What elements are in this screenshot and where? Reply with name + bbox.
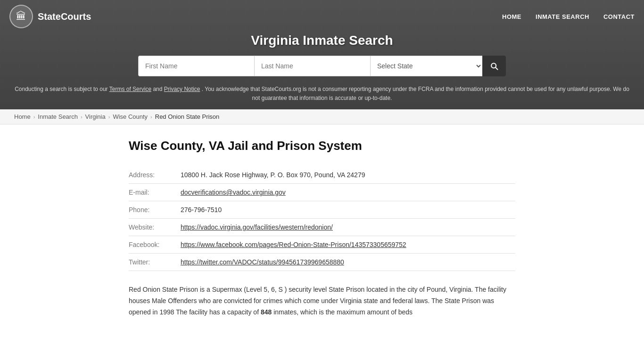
search-icon: [489, 61, 499, 71]
disclaimer-text-3: . You acknowledge that StateCourts.org i…: [202, 86, 629, 101]
privacy-link[interactable]: Privacy Notice: [164, 86, 200, 92]
email-value: docverifications@vadoc.virginia.gov: [181, 184, 515, 201]
logo[interactable]: 🏛 StateCourts: [9, 5, 91, 28]
search-button[interactable]: [482, 56, 506, 76]
search-bar: Select State Virginia: [138, 56, 506, 76]
nav-home[interactable]: HOME: [502, 13, 521, 20]
breadcrumb-current: Red Onion State Prison: [155, 113, 220, 120]
disclaimer: Conducting a search is subject to our Te…: [0, 82, 644, 109]
website-label: Website:: [129, 219, 181, 236]
state-select[interactable]: Select State Virginia: [370, 56, 482, 76]
email-link[interactable]: docverifications@vadoc.virginia.gov: [181, 189, 286, 196]
table-row: Phone: 276-796-7510: [129, 201, 515, 219]
facility-description: Red Onion State Prison is a Supermax (Le…: [129, 284, 515, 318]
breadcrumb-sep-1: ›: [33, 114, 35, 120]
phone-value: 276-796-7510: [181, 201, 515, 219]
twitter-link[interactable]: https://twitter.com/VADOC/status/9945617…: [181, 258, 344, 266]
breadcrumb-virginia[interactable]: Virginia: [85, 113, 106, 120]
phone-label: Phone:: [129, 201, 181, 219]
breadcrumb-sep-2: ›: [81, 114, 83, 120]
logo-icon: 🏛: [9, 5, 33, 28]
facebook-label: Facebook:: [129, 236, 181, 254]
breadcrumb: Home › Inmate Search › Virginia › Wise C…: [0, 109, 644, 124]
facebook-value: https://www.facebook.com/pages/Red-Onion…: [181, 236, 515, 254]
nav-inmate-search[interactable]: INMATE SEARCH: [536, 13, 589, 20]
disclaimer-text-2: and: [153, 86, 164, 92]
twitter-value: https://twitter.com/VADOC/status/9945617…: [181, 254, 515, 271]
nav-links: HOME INMATE SEARCH CONTACT: [502, 13, 635, 20]
header: 🏛 StateCourts HOME INMATE SEARCH CONTACT…: [0, 0, 644, 109]
facility-title: Wise County, VA Jail and Prison System: [129, 139, 515, 153]
last-name-input[interactable]: [254, 56, 370, 76]
address-label: Address:: [129, 166, 181, 184]
breadcrumb-inmate-search[interactable]: Inmate Search: [38, 113, 78, 120]
website-value: https://vadoc.virginia.gov/facilities/we…: [181, 219, 515, 236]
hero-title: Virginia Inmate Search: [0, 33, 644, 48]
disclaimer-text-1: Conducting a search is subject to our: [15, 86, 109, 92]
email-label: E-mail:: [129, 184, 181, 201]
table-row: Twitter: https://twitter.com/VADOC/statu…: [129, 254, 515, 271]
description-text-2: inmates, which is the maximum amount of …: [273, 308, 413, 316]
table-row: Website: https://vadoc.virginia.gov/faci…: [129, 219, 515, 236]
facility-info-table: Address: 10800 H. Jack Rose Highway, P. …: [129, 166, 515, 271]
table-row: E-mail: docverifications@vadoc.virginia.…: [129, 184, 515, 201]
breadcrumb-sep-3: ›: [108, 114, 110, 120]
table-row: Address: 10800 H. Jack Rose Highway, P. …: [129, 166, 515, 184]
breadcrumb-sep-4: ›: [150, 114, 152, 120]
twitter-label: Twitter:: [129, 254, 181, 271]
tos-link[interactable]: Terms of Service: [109, 86, 151, 92]
inmate-capacity: 848: [261, 308, 272, 316]
table-row: Facebook: https://www.facebook.com/pages…: [129, 236, 515, 254]
facebook-link[interactable]: https://www.facebook.com/pages/Red-Onion…: [181, 241, 406, 248]
nav-contact[interactable]: CONTACT: [603, 13, 635, 20]
nav-bar: 🏛 StateCourts HOME INMATE SEARCH CONTACT: [0, 0, 644, 33]
breadcrumb-home[interactable]: Home: [14, 113, 31, 120]
main-content: Wise County, VA Jail and Prison System A…: [110, 124, 534, 337]
website-link[interactable]: https://vadoc.virginia.gov/facilities/we…: [181, 223, 333, 231]
breadcrumb-wise-county[interactable]: Wise County: [113, 113, 148, 120]
logo-text: StateCourts: [38, 11, 91, 22]
address-value: 10800 H. Jack Rose Highway, P. O. Box 97…: [181, 166, 515, 184]
first-name-input[interactable]: [138, 56, 254, 76]
